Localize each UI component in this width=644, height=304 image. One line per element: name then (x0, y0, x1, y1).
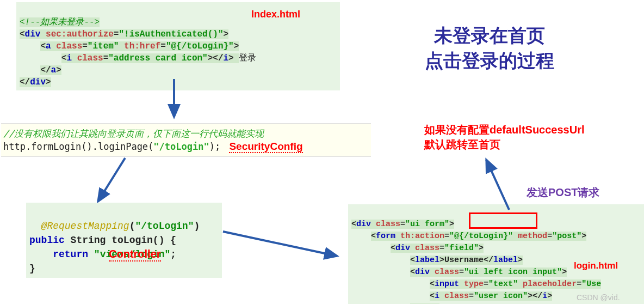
title-line1: 未登录在首页 (434, 25, 545, 46)
arrow-1 (152, 79, 196, 128)
comment: <!--如果未登录--> (20, 17, 100, 27)
highlight-box (469, 212, 537, 229)
svg-line-3 (486, 160, 509, 210)
note-post: 发送POST请求 (527, 185, 599, 200)
diagram-title: 未登录在首页 点击登录的过程 (403, 23, 577, 73)
note-default-success: 如果没有配置defaultSuccessUrl 默认跳转至首页 (424, 123, 585, 152)
comment: //没有权限我们让其跳向登录页面，仅下面这一行代码就能实现 (3, 127, 369, 140)
label-login: login.html (574, 260, 618, 271)
label-controller: Controller (109, 248, 161, 262)
svg-line-2 (223, 232, 337, 256)
arrow-3 (223, 226, 348, 264)
code-box-controller: @RequestMapping("/toLogin") public Strin… (26, 203, 222, 278)
svg-line-1 (98, 158, 125, 202)
title-line2: 点击登录的过程 (425, 50, 554, 71)
arrow-4 (479, 155, 522, 210)
label-index: Index.html (251, 9, 300, 20)
label-security: SecurityConfig (229, 141, 302, 153)
code-box-security: //没有权限我们让其跳向登录页面，仅下面这一行代码就能实现 http.formL… (1, 123, 371, 157)
watermark: CSDN @vid. (577, 293, 620, 302)
